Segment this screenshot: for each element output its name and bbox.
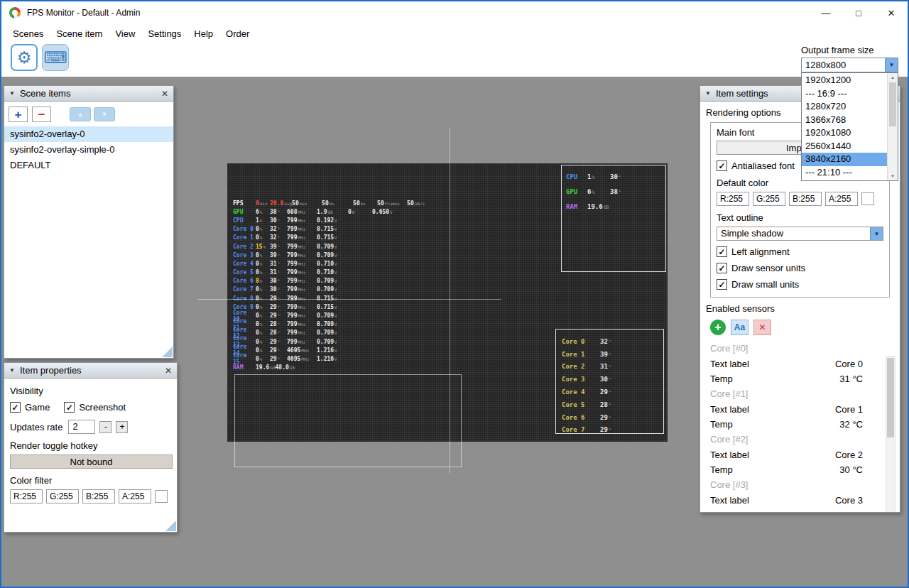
scroll-down-icon[interactable]: ▼ xyxy=(888,172,898,180)
menu-item[interactable]: Settings xyxy=(141,26,187,42)
color-swatch[interactable] xyxy=(861,192,874,205)
menu-item[interactable]: View xyxy=(109,26,141,42)
overlay-row: CPU1%30°799MHz0.192V xyxy=(233,216,435,224)
draw-small-units-checkbox[interactable]: ✓ xyxy=(717,279,727,290)
delete-sensor-button[interactable]: ✕ xyxy=(753,320,771,335)
settings-button[interactable]: ⚙ xyxy=(11,44,38,71)
color-field[interactable]: B:255 xyxy=(82,489,115,503)
output-frame-size-select[interactable]: 1280x800 ▼ xyxy=(801,58,898,72)
list-item[interactable]: sysinfo2-overlay-0 xyxy=(4,126,173,142)
overlay-bottom-right[interactable]: Core 032°Core 139°Core 231°Core 330°Core… xyxy=(555,329,664,434)
list-item[interactable]: DEFAULT xyxy=(4,158,173,173)
list-item[interactable]: sysinfo2-overlay-simple-0 xyxy=(4,142,173,158)
overlay-value-cell: 799MHz xyxy=(287,217,317,224)
left-alignment-checkbox[interactable]: ✓ xyxy=(717,246,727,257)
sensor-temp-row[interactable]: Temp 28 °C xyxy=(710,508,876,513)
antialiased-checkbox[interactable]: ✓ xyxy=(717,160,727,171)
sensor-group-label[interactable]: Core [#0] xyxy=(710,341,876,356)
sensor-group-label[interactable]: Core [#3] xyxy=(710,477,876,493)
color-field[interactable]: G:255 xyxy=(46,489,79,503)
add-sensor-button[interactable]: + xyxy=(710,320,726,335)
remove-item-button[interactable]: − xyxy=(32,107,51,122)
dropdown-item[interactable]: 1920x1080 xyxy=(802,126,887,140)
overlay-value-cell: 29° xyxy=(270,312,287,319)
combo-arrow-button[interactable]: ▼ xyxy=(870,227,883,240)
updates-rate-input[interactable]: 2 xyxy=(68,420,95,434)
dropdown-item[interactable]: 1280x548 xyxy=(802,179,887,181)
decrease-button[interactable]: - xyxy=(99,421,111,433)
collapse-caret-icon[interactable]: ▼ xyxy=(9,90,15,97)
overlay-value-cell: 38° xyxy=(610,188,633,195)
color-field[interactable]: A:255 xyxy=(825,192,858,206)
close-panel-icon[interactable]: ✕ xyxy=(165,366,172,376)
text-outline-select[interactable]: Simple shadow ▼ xyxy=(717,227,883,241)
maximize-button[interactable]: □ xyxy=(842,1,875,24)
scroll-thumb[interactable] xyxy=(887,358,894,437)
color-field[interactable]: B:255 xyxy=(789,192,822,206)
color-field[interactable]: G:255 xyxy=(753,192,785,206)
sensors-scrollbar[interactable] xyxy=(886,356,896,513)
menu-item[interactable]: Help xyxy=(187,26,219,42)
dropdown-scrollbar[interactable]: ▲ ▼ xyxy=(887,73,898,180)
item-properties-header[interactable]: ▼ Item properties ✕ xyxy=(4,363,177,379)
sensor-temp-row[interactable]: Temp 32 °C xyxy=(710,417,876,432)
color-field[interactable]: R:255 xyxy=(10,489,43,503)
menu-item[interactable]: Scenes xyxy=(6,26,50,42)
resize-grip[interactable] xyxy=(162,347,173,357)
move-down-button[interactable]: ▼ xyxy=(94,107,115,121)
overlay-value-cell: 30° xyxy=(270,278,287,284)
close-button[interactable]: ✕ xyxy=(875,1,908,24)
overlay-value-cell: 29° xyxy=(600,426,611,433)
menu-item[interactable]: Order xyxy=(219,26,256,42)
resize-grip[interactable] xyxy=(165,521,176,531)
scroll-up-icon[interactable]: ▲ xyxy=(888,73,898,82)
sensor-group-label[interactable]: Core [#2] xyxy=(710,432,876,447)
draw-sensor-units-checkbox[interactable]: ✓ xyxy=(717,263,727,273)
overlay-row-label: GPU xyxy=(566,188,587,195)
screenshot-checkbox[interactable]: ✓ xyxy=(64,402,75,413)
dropdown-item[interactable]: 1920x1200 xyxy=(802,74,887,87)
dropdown-item[interactable]: 1280x720 xyxy=(802,100,887,114)
dropdown-item[interactable]: --- 21:10 --- xyxy=(802,166,887,180)
dropdown-item[interactable]: 3840x2160 xyxy=(802,153,887,166)
scene-items-header[interactable]: ▼ Scene items ✕ xyxy=(4,86,173,102)
overlay-value-cell: 0.709V xyxy=(317,330,348,336)
overlay-value-cell: 1% xyxy=(256,217,270,224)
edit-label-button[interactable]: Aa xyxy=(731,320,749,335)
hotkey-button[interactable]: Not bound xyxy=(10,454,173,469)
scroll-thumb[interactable] xyxy=(889,82,896,126)
collapse-caret-icon[interactable]: ▼ xyxy=(705,90,711,97)
overlay-row: Core 629° xyxy=(562,411,658,424)
dropdown-item[interactable]: 1366x768 xyxy=(802,114,887,127)
close-panel-icon[interactable]: ✕ xyxy=(161,89,168,99)
move-up-button[interactable]: ▲ xyxy=(70,107,91,121)
color-field[interactable]: R:255 xyxy=(717,192,749,206)
sensor-group-label[interactable]: Core [#1] xyxy=(710,386,876,402)
color-swatch[interactable] xyxy=(155,490,168,503)
dropdown-item[interactable]: --- 16:9 --- xyxy=(802,87,887,101)
add-item-button[interactable]: + xyxy=(9,107,28,122)
overlay-value-cell: 29° xyxy=(270,339,287,345)
game-checkbox[interactable]: ✓ xyxy=(10,402,21,413)
combo-arrow-button[interactable]: ▼ xyxy=(885,58,898,72)
sensor-temp-row[interactable]: Temp 31 °C xyxy=(710,371,876,386)
increase-button[interactable]: + xyxy=(116,421,128,433)
dropdown-item[interactable]: 2560x1440 xyxy=(802,140,887,153)
overlay-main[interactable]: FPS0min20.0avg50max50ms50ms50Frames50GB/… xyxy=(233,199,435,372)
hotkeys-button[interactable]: ⌨ xyxy=(42,44,69,71)
overlay-row-label: CPU xyxy=(233,217,256,224)
collapse-caret-icon[interactable]: ▼ xyxy=(9,367,15,374)
menu-item[interactable]: Scene item xyxy=(50,26,109,42)
sensor-label-row[interactable]: Text label Core 3 xyxy=(710,493,876,508)
sensor-label-row[interactable]: Text label Core 1 xyxy=(710,402,876,417)
sensor-label-row[interactable]: Text label Core 0 xyxy=(710,356,876,371)
sensor-label-row[interactable]: Text label Core 2 xyxy=(710,447,876,462)
sensor-temp-row[interactable]: Temp 30 °C xyxy=(710,462,876,477)
overlay-row-label: Core 7 xyxy=(562,426,600,433)
minimize-button[interactable]: — xyxy=(810,1,842,24)
overlay-top-right[interactable]: CPU1%30°GPU6%38°RAM19.6GB xyxy=(561,165,666,272)
chevron-up-icon: ▲ xyxy=(77,111,84,118)
color-field[interactable]: A:255 xyxy=(119,489,151,503)
overlay-value-cell: 799MHz xyxy=(287,321,317,327)
panel-title: Item properties xyxy=(20,365,82,376)
